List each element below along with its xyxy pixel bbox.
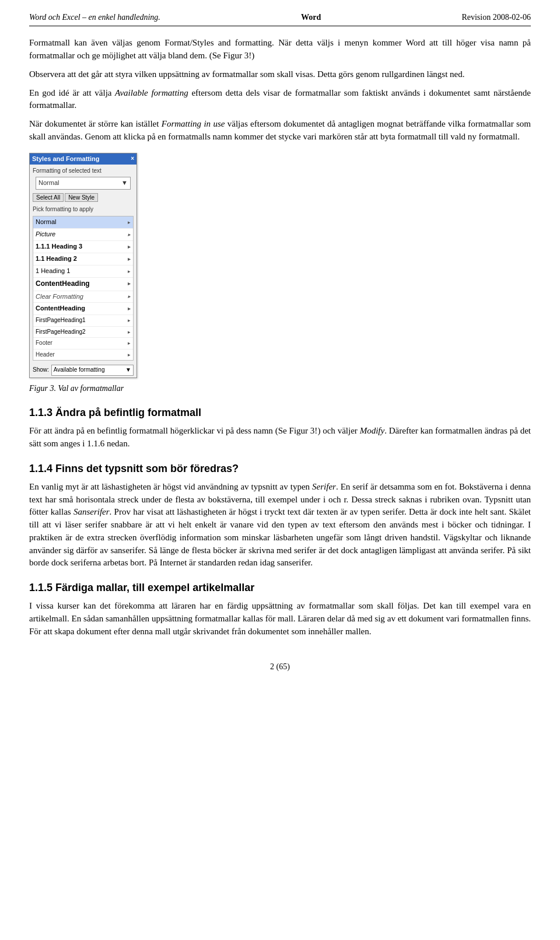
style-normal[interactable]: Normal ▸: [33, 216, 133, 229]
section-114-p1: En vanlig myt är att läshastigheten är h…: [29, 481, 531, 569]
style-footer[interactable]: Footer ▸: [33, 338, 133, 350]
arrow-icon: ▸: [128, 293, 131, 300]
style-header-label: Header: [36, 351, 55, 359]
new-style-button[interactable]: New Style: [65, 193, 98, 202]
section-114-heading: 1.1.4 Finns det typsnitt som bör föredra…: [29, 461, 531, 476]
section-113-heading: 1.1.3 Ändra på befintlig formatmall: [29, 405, 531, 420]
style-contentheading-label: ContentHeading: [36, 279, 90, 289]
style-contentheading2[interactable]: ContentHeading ▸: [33, 303, 133, 315]
section-115-heading: 1.1.5 Färdiga mallar, till exempel artik…: [29, 580, 531, 595]
arrow-icon: ▸: [128, 340, 131, 347]
paragraph-3: En god idé är att välja Available format…: [29, 87, 531, 113]
style-firstpageheading2-label: FirstPageHeading2: [36, 328, 86, 337]
s114-p1-italic2: Sanserifer: [74, 507, 110, 516]
style-firstpageheading1[interactable]: FirstPageHeading1 ▸: [33, 315, 133, 327]
style-heading3-label: 1.1.1 Heading 3: [36, 242, 82, 251]
formatting-label: Formatting of selected text: [33, 167, 134, 176]
style-clear-label: Clear Formatting: [36, 292, 83, 302]
formatting-dropdown[interactable]: Normal ▼: [36, 177, 131, 190]
s114-p1-italic: Serifer: [312, 482, 336, 491]
arrow-icon: ▸: [128, 280, 131, 288]
arrow-icon: ▸: [128, 243, 131, 251]
panel-title: Styles and Formatting: [32, 155, 100, 164]
style-contentheading2-label: ContentHeading: [36, 304, 85, 313]
styles-panel-figure: Styles and Formatting × Formatting of se…: [29, 153, 531, 378]
style-heading2[interactable]: 1.1 Heading 2 ▸: [33, 253, 133, 265]
chevron-down-icon: ▼: [125, 366, 131, 375]
header-right: Revision 2008-02-06: [461, 12, 531, 23]
figure-caption: Figur 3. Val av formatmallar: [29, 383, 531, 394]
arrow-icon: ▸: [128, 329, 131, 336]
style-heading1[interactable]: 1 Heading 1 ▸: [33, 265, 133, 278]
panel-buttons: Select All New Style: [30, 192, 136, 204]
header-center: Word: [301, 12, 321, 23]
s113-p1-italic: Modify: [360, 426, 385, 435]
style-normal-label: Normal: [36, 218, 56, 227]
arrow-icon: ▸: [128, 351, 131, 359]
panel-title-bar: Styles and Formatting ×: [30, 153, 136, 165]
paragraph-2: Observera att det går att styra vilken u…: [29, 68, 531, 81]
style-heading1-label: 1 Heading 1: [36, 267, 70, 276]
style-contentheading[interactable]: ContentHeading ▸: [33, 278, 133, 291]
page-header: Word och Excel – en enkel handledning. W…: [29, 12, 531, 26]
formatting-label-section: Formatting of selected text Normal ▼: [30, 165, 136, 191]
chevron-down-icon: ▼: [121, 179, 128, 188]
style-firstpageheading1-label: FirstPageHeading1: [36, 316, 86, 325]
p3-italic: Available formatting: [115, 88, 188, 97]
formatting-value: Normal: [38, 179, 59, 188]
p3-text-start: En god idé är att välja: [29, 88, 115, 97]
s114-p1-start: En vanlig myt är att läshastigheten är h…: [29, 482, 312, 491]
style-picture-label: Picture: [36, 230, 55, 239]
styles-and-formatting-panel[interactable]: Styles and Formatting × Formatting of se…: [29, 153, 137, 378]
pick-formatting-label: Pick formatting to apply: [30, 204, 136, 215]
style-header[interactable]: Header ▸: [33, 350, 133, 361]
paragraph-1: Formatmall kan även väljas genom Format/…: [29, 37, 531, 62]
s113-p1-mid: ) och väljer: [317, 426, 359, 435]
show-dropdown[interactable]: Available formatting ▼: [51, 365, 134, 376]
show-value: Available formatting: [54, 366, 105, 375]
style-heading3[interactable]: 1.1.1 Heading 3 ▸: [33, 241, 133, 253]
styles-list: Normal ▸ Picture ▸ 1.1.1 Heading 3 ▸ 1.1…: [33, 216, 134, 361]
section-115-p1: I vissa kurser kan det förekomma att lär…: [29, 600, 531, 638]
p4-text-start: När dokumentet är större kan istället: [29, 119, 162, 128]
arrow-icon: ▸: [128, 305, 131, 313]
arrow-icon: ▸: [128, 256, 131, 263]
s113-p1-start: För att ändra på en befintlig formatmall…: [29, 426, 317, 435]
page-footer: 2 (65): [29, 661, 531, 673]
style-firstpageheading2[interactable]: FirstPageHeading2 ▸: [33, 327, 133, 338]
section-113-p1: För att ändra på en befintlig formatmall…: [29, 425, 531, 450]
arrow-icon: ▸: [128, 219, 131, 226]
show-row: Show: Available formatting ▼: [30, 363, 136, 378]
header-left: Word och Excel – en enkel handledning.: [29, 12, 160, 23]
select-all-button[interactable]: Select All: [33, 193, 64, 202]
style-heading2-label: 1.1 Heading 2: [36, 254, 77, 264]
show-label: Show:: [33, 366, 49, 375]
p4-italic: Formatting in use: [162, 119, 225, 128]
page-number: 2 (65): [270, 662, 290, 671]
style-clear-formatting[interactable]: Clear Formatting ▸: [33, 291, 133, 303]
arrow-icon: ▸: [128, 231, 131, 239]
paragraph-4: När dokumentet är större kan istället Fo…: [29, 118, 531, 144]
style-picture[interactable]: Picture ▸: [33, 229, 133, 241]
arrow-icon: ▸: [128, 268, 131, 275]
style-footer-label: Footer: [36, 339, 52, 348]
close-icon[interactable]: ×: [131, 155, 134, 163]
arrow-icon: ▸: [128, 317, 131, 324]
